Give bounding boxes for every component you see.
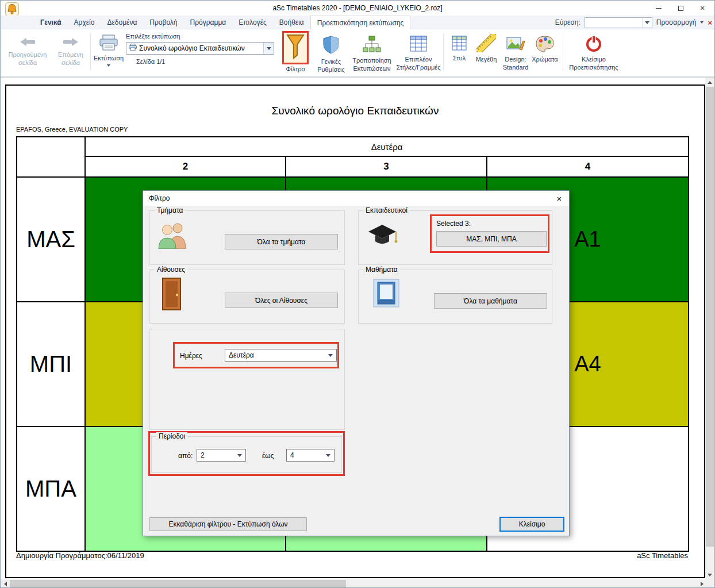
tab-genika[interactable]: Γενικά [34,16,68,29]
page-indicator: Σελίδα 1/1 [126,58,165,65]
vertical-scrollbar-thumb[interactable] [706,87,714,547]
tab-programma[interactable]: Πρόγραμμα [184,16,233,29]
titlebar: aSc Timetables 2020 - [DEMO_ENIAIO_LYKEI… [1,1,714,16]
printer-icon [99,34,118,53]
next-arrow-icon [62,36,79,50]
org-chart-icon [362,35,382,56]
teacher-row-header: ΜΑΣ [17,177,85,302]
subjects-group-label: Μαθήματα [363,266,400,274]
dialog-body: Τμήματα Όλα τα τμήματα Εκπαιδευτικοί [143,206,569,536]
evaluation-watermark: EPAFOS, Greece, EVALUATION COPY [16,126,128,133]
horizontal-scrollbar-thumb[interactable] [10,580,346,588]
tab-print-preview[interactable]: Προεπισκόπηση εκτύπωσης [310,16,411,29]
close-preview-button[interactable]: Κλείσιμο Προεπισκόπησης [566,35,621,72]
scroll-down-button[interactable] [705,570,714,579]
sizes-button[interactable]: Μεγέθη [473,34,499,64]
printer-small-icon [129,43,137,53]
general-settings-button[interactable]: Γενικές Ρυθμίσεις [314,35,348,74]
period-header-cell: 2 [85,156,286,177]
scroll-up-button[interactable] [705,78,714,87]
tab-archeio[interactable]: Αρχείο [68,16,101,29]
extra-columns-rows-button[interactable]: Επιπλέον Στήλες/Γραμμές [396,35,441,72]
modify-printouts-button[interactable]: Τροποποίηση Εκτυπώσεων [349,35,395,73]
dialog-titlebar[interactable]: Φίλτρο × [143,191,569,206]
book-icon [372,278,400,310]
classes-group-label: Τμήματα [155,206,185,214]
ruler-icon [476,34,496,55]
select-print-label: Επιλέξτε εκτύπωση [126,33,180,40]
next-page-button[interactable]: Επόμενη σελίδα [53,36,88,67]
teachers-group: Εκπαιδευτικοί Selected 3: ΜΑΣ, ΜΠΙ, ΜΠΑ [358,210,552,265]
all-classes-button[interactable]: Όλα τα τμήματα [225,234,338,249]
window-title: aSc Timetables 2020 - [DEMO_ENIAIO_LYKEI… [1,1,714,16]
teachers-highlight-box: Selected 3: ΜΑΣ, ΜΠΙ, ΜΠΑ [430,214,549,253]
tab-dedomena[interactable]: Δεδομένα [101,16,143,29]
clear-filter-button[interactable]: Εκκαθάριση φίλτρου - Εκτύπωση όλων [149,517,307,531]
tab-epiloges[interactable]: Επιλογές [232,16,273,29]
dialog-close-button[interactable]: Κλείσιμο [499,517,564,532]
teachers-group-label: Εκπαιδευτικοί [363,206,410,214]
horizontal-scrollbar[interactable] [1,579,706,588]
periods-highlight-box: Περίοδοι από: 2 έως 4 [148,431,345,476]
periods-from-value: 2 [201,451,205,459]
style-button[interactable]: Στυλ [447,35,472,63]
days-group: Ημέρες Δευτέρα [149,329,345,430]
print-selection-dropdown-icon[interactable] [263,43,274,54]
scroll-left-button[interactable] [1,579,10,588]
periods-group: Περίοδοι από: 2 έως 4 [151,436,342,473]
palette-icon [535,35,555,55]
teacher-row-header: ΜΠΑ [17,426,85,551]
colors-button[interactable]: Χρώματα [531,35,559,64]
filter-button[interactable]: Φίλτρο [280,31,310,74]
filter-highlight-box [282,31,309,64]
tab-voithia[interactable]: Βοήθεια [273,16,310,29]
customize-dropdown-icon[interactable] [700,21,704,24]
day-header-cell: Δευτέρα [85,137,689,156]
customize-button[interactable]: Προσαρμογή [656,18,697,26]
design-button[interactable]: Design: Standard [499,35,532,72]
filter-dialog: Φίλτρο × Τμήματα Όλα τα τμήματα Εκπαιδευ… [143,190,570,536]
ribbon-tabs: Γενικά Αρχείο Δεδομένα Προβολή Πρόγραμμα… [1,16,714,29]
shield-icon [322,35,340,57]
selected-count-label: Selected 3: [436,220,471,228]
teacher-row-header: ΜΠΙ [17,302,85,426]
vertical-scrollbar[interactable] [705,78,714,579]
search-label: Εύρεση: [555,18,581,26]
page-title: Συνολικό ωρολόγιο Εκπαιδευτικών [6,105,704,117]
dialog-close-icon[interactable]: × [549,191,569,206]
dialog-title: Φίλτρο [143,194,170,202]
previous-page-button[interactable]: Προηγούμενη σελίδα [3,36,52,67]
print-button[interactable]: Εκτύπωση [94,34,124,67]
previous-arrow-icon [19,36,36,50]
all-rooms-button[interactable]: Όλες οι Αίθουσες [225,293,338,308]
door-icon [160,277,184,314]
periods-from-label: από: [178,452,193,460]
print-dropdown-icon[interactable] [107,64,110,67]
periods-to-select[interactable]: 4 [286,449,335,462]
ribbon-toolbar: Προηγούμενη σελίδα Επόμενη σελίδα Εκτύπω… [1,29,714,78]
periods-to-label: έως [262,452,274,460]
close-button[interactable]: × [691,1,713,16]
days-select-value: Δευτέρα [229,351,254,359]
periods-from-caret-icon [237,454,242,457]
rooms-group: Αίθουσες Όλες οι Αίθουσες [149,270,345,324]
print-selection-group: Επιλέξτε εκτύπωση Συνολικό ωρολόγιο Εκπα… [126,33,276,65]
selected-teachers-button[interactable]: ΜΑΣ, ΜΠΙ, ΜΠΑ [436,231,547,247]
scrollbar-corner [705,579,714,588]
search-dropdown-icon[interactable] [643,18,652,28]
print-selection-value: Συνολικό ωρολόγιο Εκπαιδευτικών [139,44,245,52]
periods-group-label: Περίοδοι [156,432,187,440]
creation-date-label: Δημιουργία Προγράμματος:06/11/2019 [16,551,144,560]
minimize-button[interactable] [648,1,670,16]
print-selection-combobox[interactable]: Συνολικό ωρολόγιο Εκπαιδευτικών [126,42,274,55]
graduation-cap-icon [367,224,398,250]
style-table-icon [451,35,467,53]
tab-provoli[interactable]: Προβολή [143,16,183,29]
asc-timetables-label: aSc Timetables [637,551,688,560]
search-input[interactable] [585,17,652,28]
all-subjects-button[interactable]: Όλα τα μαθήματα [434,293,547,309]
maximize-button[interactable] [670,1,691,16]
ribbon-close-icon[interactable]: × [708,18,712,27]
periods-from-select[interactable]: 2 [197,449,246,462]
days-select[interactable]: Δευτέρα [225,349,337,362]
